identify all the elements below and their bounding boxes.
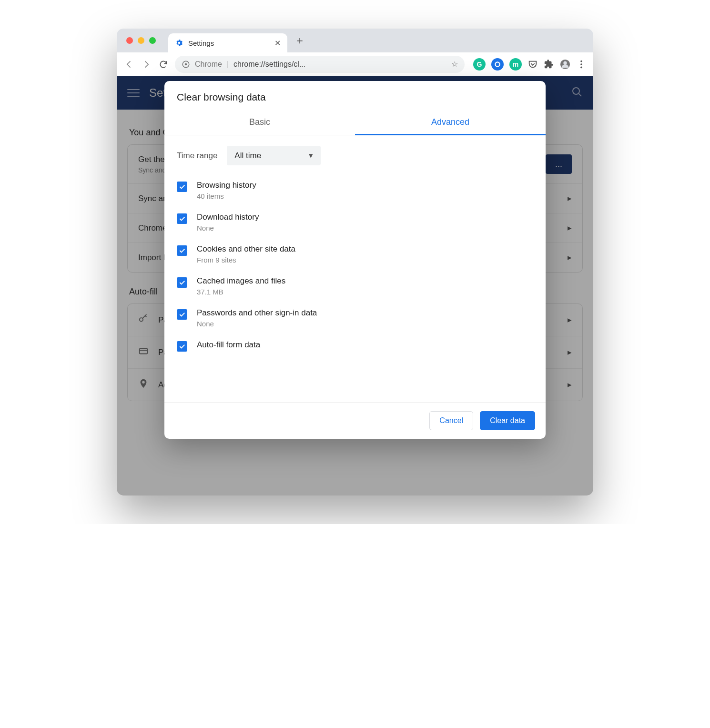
tab-title: Settings <box>188 39 270 47</box>
item-subtitle: From 9 sites <box>197 256 295 264</box>
extension-grammarly-icon[interactable]: G <box>473 58 486 71</box>
time-range-label: Time range <box>177 151 217 161</box>
tab-advanced[interactable]: Advanced <box>355 110 546 135</box>
item-subtitle: None <box>197 224 259 232</box>
extension-m-icon[interactable]: m <box>509 58 522 71</box>
svg-point-4 <box>563 61 567 64</box>
extension-circle-icon[interactable] <box>491 58 504 71</box>
tab-basic[interactable]: Basic <box>164 110 355 135</box>
clear-browsing-data-dialog: Clear browsing data Basic Advanced Time … <box>164 81 546 439</box>
checkbox[interactable] <box>177 309 187 320</box>
new-tab-button[interactable]: ＋ <box>290 33 309 48</box>
item-subtitle: 37.1 MB <box>197 288 285 296</box>
item-autofill-form-data[interactable]: Auto-fill form data <box>177 337 533 361</box>
dialog-tabs: Basic Advanced <box>164 110 546 135</box>
item-title: Passwords and other sign-in data <box>197 308 317 318</box>
svg-point-2 <box>495 62 499 66</box>
tab-strip: Settings ✕ ＋ <box>117 29 593 52</box>
clear-items-list: Browsing history 40 items Download histo… <box>177 178 533 361</box>
svg-point-6 <box>580 63 582 65</box>
close-window-button[interactable] <box>126 37 133 44</box>
browser-window: Settings ✕ ＋ Chrome | chrome://settings/… <box>117 29 593 495</box>
item-download-history[interactable]: Download history None <box>177 210 533 242</box>
dialog-actions: Cancel Clear data <box>164 402 546 439</box>
back-button[interactable] <box>123 59 135 70</box>
toolbar-right-icons: G m <box>473 58 587 71</box>
gear-icon <box>175 39 183 47</box>
item-browsing-history[interactable]: Browsing history 40 items <box>177 178 533 210</box>
browser-menu-button[interactable] <box>576 59 587 70</box>
time-range-row: Time range All time ▾ <box>177 146 533 165</box>
bookmark-star-icon[interactable]: ☆ <box>451 60 458 69</box>
checkbox[interactable] <box>177 182 187 192</box>
svg-point-7 <box>580 66 582 68</box>
svg-point-1 <box>185 63 187 65</box>
url-text: chrome://settings/cl... <box>233 60 446 69</box>
item-title: Cached images and files <box>197 276 285 286</box>
browser-tab[interactable]: Settings ✕ <box>168 33 287 52</box>
checkbox[interactable] <box>177 213 187 224</box>
dialog-scroll-area: Time range All time ▾ Browsing history 4… <box>164 135 546 402</box>
checkbox[interactable] <box>177 277 187 288</box>
item-title: Download history <box>197 212 259 222</box>
item-passwords[interactable]: Passwords and other sign-in data None <box>177 305 533 337</box>
checkbox[interactable] <box>177 245 187 256</box>
chrome-icon <box>182 60 190 69</box>
clear-data-button[interactable]: Clear data <box>480 411 535 430</box>
extensions-puzzle-icon[interactable] <box>544 59 554 70</box>
svg-point-5 <box>580 60 582 62</box>
item-cached-images[interactable]: Cached images and files 37.1 MB <box>177 273 533 305</box>
separator: | <box>227 60 229 69</box>
time-range-select[interactable]: All time ▾ <box>227 146 321 165</box>
item-subtitle: None <box>197 320 317 328</box>
chevron-down-icon: ▾ <box>309 151 313 161</box>
item-cookies[interactable]: Cookies and other site data From 9 sites <box>177 242 533 273</box>
time-range-value: All time <box>234 151 261 161</box>
item-subtitle: 40 items <box>197 192 256 200</box>
item-title: Browsing history <box>197 181 256 190</box>
dialog-title: Clear browsing data <box>164 81 546 103</box>
url-scheme-label: Chrome <box>195 60 222 69</box>
address-bar[interactable]: Chrome | chrome://settings/cl... ☆ <box>175 56 465 73</box>
pocket-icon[interactable] <box>527 59 538 70</box>
close-tab-button[interactable]: ✕ <box>274 39 281 48</box>
reload-button[interactable] <box>158 59 169 70</box>
minimize-window-button[interactable] <box>138 37 144 44</box>
item-title: Auto-fill form data <box>197 340 260 350</box>
item-title: Cookies and other site data <box>197 244 295 254</box>
window-controls <box>126 37 156 44</box>
settings-app: Settings You and Google Get the most out… <box>117 76 593 495</box>
checkbox[interactable] <box>177 341 187 352</box>
cancel-button[interactable]: Cancel <box>429 411 473 430</box>
browser-toolbar: Chrome | chrome://settings/cl... ☆ G m <box>117 52 593 76</box>
forward-button[interactable] <box>141 59 152 70</box>
profile-avatar-icon[interactable] <box>560 59 570 70</box>
zoom-window-button[interactable] <box>149 37 156 44</box>
